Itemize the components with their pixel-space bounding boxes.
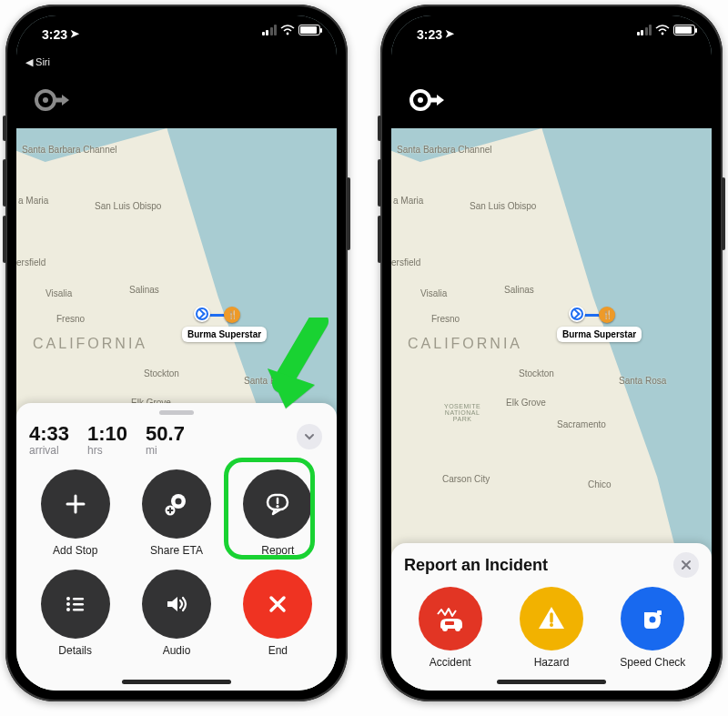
map-label-california: CALIFORNIA [33, 336, 147, 352]
map-label-santa-rosa: Santa Rosa [619, 376, 666, 386]
audio-label: Audio [163, 644, 191, 657]
svg-rect-21 [657, 610, 662, 615]
map-label-fresno: Fresno [56, 314, 85, 324]
map-label-sacramento: Sacramento [557, 419, 606, 429]
map-label-slo: San Luis Obispo [470, 201, 536, 211]
details-button[interactable]: Details [29, 570, 121, 657]
ringer-switch [378, 116, 381, 141]
audio-button[interactable]: Audio [130, 570, 222, 657]
report-icon [262, 489, 293, 519]
nav-header [16, 72, 337, 128]
poi-label[interactable]: Burma Superstar [182, 327, 267, 342]
map-label-santa-maria: a Maria [18, 196, 48, 206]
phone-frame-right: 3:23 ➤ . Santa Barbara Channel a Maria S… [380, 5, 723, 701]
share-eta-label: Share ETA [150, 544, 203, 557]
hazard-label: Hazard [534, 656, 570, 669]
map-label-santa-barbara-channel: Santa Barbara Channel [397, 145, 492, 155]
stat-duration: 1:10 hrs [87, 422, 127, 457]
svg-rect-11 [73, 598, 84, 600]
end-button[interactable]: End [232, 570, 324, 657]
notch [99, 15, 254, 43]
home-indicator[interactable] [497, 680, 606, 684]
current-location-pin[interactable] [569, 306, 585, 322]
svg-point-8 [66, 597, 70, 600]
share-eta-button[interactable]: Share ETA [130, 469, 222, 557]
card-grabber[interactable] [159, 410, 194, 415]
cell-signal-icon [637, 25, 652, 35]
hazard-icon [534, 601, 569, 636]
list-icon [62, 590, 89, 618]
add-stop-button[interactable]: Add Stop [29, 469, 121, 557]
volume-down-button [378, 216, 381, 263]
status-time: 3:23 [42, 27, 67, 42]
volume-down-button [3, 216, 6, 263]
map-label-salinas: Salinas [504, 285, 534, 295]
map-label-bakersfield: ersfield [16, 257, 46, 267]
speed-check-icon [635, 601, 670, 636]
svg-rect-19 [445, 621, 454, 625]
report-label: Report [261, 544, 294, 557]
details-label: Details [58, 644, 92, 657]
back-to-app[interactable]: . [391, 54, 712, 72]
accident-button[interactable]: Accident [404, 587, 496, 669]
battery-icon [673, 25, 695, 35]
cell-signal-icon [262, 25, 278, 35]
speed-check-label: Speed Check [620, 656, 685, 669]
svg-point-7 [277, 505, 279, 508]
svg-rect-12 [73, 603, 84, 606]
map-label-santa-maria: a Maria [393, 196, 423, 206]
svg-point-10 [66, 608, 70, 611]
close-button[interactable] [673, 552, 699, 578]
wifi-icon [655, 25, 670, 35]
poi-label[interactable]: Burma Superstar [557, 327, 642, 342]
svg-point-16 [418, 97, 423, 103]
map-label-elk-grove: Elk Grove [506, 398, 546, 408]
report-button[interactable]: Report [232, 469, 324, 557]
collapse-button[interactable] [297, 424, 322, 449]
nav-card: 4:33 arrival 1:10 hrs 50.7 mi [16, 403, 337, 691]
accident-icon [432, 600, 469, 637]
screen: 3:23 ➤ . Santa Barbara Channel a Maria S… [391, 15, 712, 691]
roundabout-icon [29, 80, 69, 120]
svg-point-22 [650, 617, 656, 623]
speaker-icon [163, 590, 190, 618]
svg-point-20 [550, 623, 553, 627]
svg-point-18 [455, 626, 460, 631]
notch [474, 15, 629, 43]
map-label-chico: Chico [588, 479, 612, 489]
close-icon [681, 560, 692, 570]
hazard-button[interactable]: Hazard [505, 587, 597, 669]
battery-icon [298, 25, 320, 35]
current-location-pin[interactable] [194, 306, 210, 322]
map-label-slo: San Luis Obispo [95, 201, 161, 211]
map-label-carson-city: Carson City [442, 474, 490, 484]
map-label-fresno: Fresno [431, 314, 460, 324]
ringer-switch [3, 116, 6, 141]
map-label-stockton: Stockton [144, 368, 179, 378]
svg-point-2 [43, 97, 48, 103]
destination-pin[interactable] [224, 307, 240, 323]
status-time: 3:23 [417, 27, 442, 42]
chevron-down-icon [304, 431, 315, 442]
side-button [722, 177, 725, 250]
map-label-stockton: Stockton [519, 368, 554, 378]
map-label-santa-barbara-channel: Santa Barbara Channel [22, 145, 117, 155]
svg-point-0 [287, 33, 289, 35]
end-label: End [268, 644, 288, 657]
map-label-visalia: Visalia [46, 288, 72, 298]
incident-card: Report an Incident Accident [391, 543, 712, 691]
map-label-salinas: Salinas [129, 285, 159, 295]
location-icon: ➤ [445, 27, 454, 40]
add-stop-label: Add Stop [53, 544, 97, 557]
roundabout-icon [404, 80, 444, 120]
speed-check-button[interactable]: Speed Check [607, 587, 699, 669]
phone-frame-left: 3:23 ➤ ◀ Siri Santa Barbara Channel a Ma… [5, 5, 348, 701]
destination-pin[interactable] [599, 307, 615, 323]
share-eta-icon [161, 489, 192, 519]
incident-title: Report an Incident [404, 556, 673, 575]
back-to-app[interactable]: ◀ Siri [16, 54, 337, 72]
accident-label: Accident [430, 656, 471, 669]
home-indicator[interactable] [122, 680, 231, 684]
annotation-arrow [264, 318, 337, 421]
location-icon: ➤ [70, 27, 79, 40]
